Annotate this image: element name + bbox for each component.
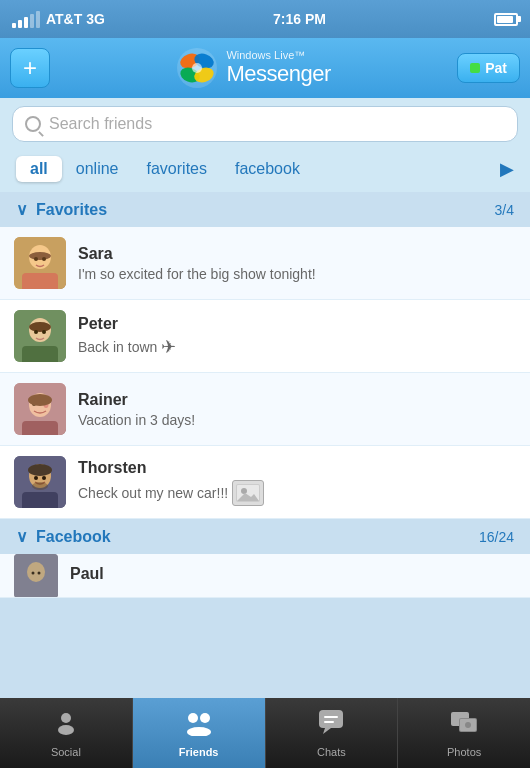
plane-icon: ✈ [161,336,176,358]
nav-photos[interactable]: Photos [398,698,530,768]
nav-photos-label: Photos [447,746,481,758]
svg-rect-14 [22,346,58,362]
svg-point-40 [58,725,74,735]
profile-status-dot [470,63,480,73]
tab-all[interactable]: all [16,156,62,182]
battery-icon [494,13,518,26]
profile-name: Pat [485,60,507,76]
rainer-name: Rainer [78,391,516,409]
svg-marker-45 [323,728,331,734]
svg-rect-26 [22,492,58,508]
nav-social-label: Social [51,746,81,758]
svg-point-51 [465,722,471,728]
sara-info: Sara I'm so excited for the big show ton… [78,245,516,282]
favorites-chevron[interactable]: ∨ [16,200,28,219]
avatar-paul [14,554,58,598]
app-header: + Windows Live™ Messenger Pat [0,38,530,98]
search-placeholder: Search friends [49,115,152,133]
signal-bar-3 [24,17,28,28]
svg-point-17 [42,330,46,334]
favorites-contact-list: Sara I'm so excited for the big show ton… [0,227,530,519]
content-area: ∨ Favorites 3/4 Sara I'm so excited [0,192,530,598]
signal-bars [12,11,40,28]
search-container: Search friends [0,98,530,150]
facebook-contact-list: Paul [0,554,530,598]
svg-point-5 [192,63,202,73]
svg-point-30 [32,482,48,490]
contact-item-rainer[interactable]: Rainer Vacation in 3 days! [0,373,530,446]
rainer-status: Vacation in 3 days! [78,412,516,428]
nav-friends[interactable]: Friends [133,698,266,768]
contact-item-sara[interactable]: Sara I'm so excited for the big show ton… [0,227,530,300]
svg-rect-44 [319,710,343,728]
svg-rect-47 [324,721,334,723]
svg-rect-8 [22,273,58,289]
nav-social[interactable]: Social [0,698,133,768]
contact-item-peter[interactable]: Peter Back in town ✈ [0,300,530,373]
sara-status: I'm so excited for the big show tonight! [78,266,516,282]
tab-favorites[interactable]: favorites [133,156,221,182]
svg-point-41 [188,713,198,723]
chats-icon [317,708,345,742]
favorites-title: Favorites [36,201,107,219]
svg-point-37 [32,571,35,574]
signal-bar-5 [36,11,40,28]
signal-bar-4 [30,14,34,28]
svg-rect-46 [324,716,338,718]
svg-point-43 [187,727,211,736]
section-left: ∨ Favorites [16,200,107,219]
svg-point-29 [42,476,46,480]
messenger-text: Windows Live™ Messenger [226,49,330,87]
nav-chats[interactable]: Chats [266,698,399,768]
svg-point-9 [29,252,51,260]
signal-bar-1 [12,23,16,28]
thorsten-name: Thorsten [78,459,516,477]
paul-name: Paul [70,565,516,583]
avatar-peter [14,310,66,362]
tabs-more-arrow[interactable]: ▶ [500,158,514,180]
svg-point-33 [241,488,247,494]
rainer-info: Rainer Vacation in 3 days! [78,391,516,428]
peter-info: Peter Back in town ✈ [78,315,516,358]
logo-area: Windows Live™ Messenger [176,47,330,89]
svg-point-39 [61,713,71,723]
sara-name: Sara [78,245,516,263]
avatar-thorsten [14,456,66,508]
svg-rect-22 [22,421,58,435]
filter-tabs: all online favorites facebook ▶ [0,150,530,192]
peter-name: Peter [78,315,516,333]
nav-chats-label: Chats [317,746,346,758]
svg-point-16 [34,330,38,334]
avatar-rainer [14,383,66,435]
windows-live-label: Windows Live™ [226,49,330,61]
messenger-label: Messenger [226,61,330,87]
network-label: 3G [86,11,105,27]
time-display: 7:16 PM [273,11,326,27]
facebook-section-header: ∨ Facebook 16/24 [0,519,530,554]
search-bar[interactable]: Search friends [12,106,518,142]
wlm-logo [176,47,218,89]
add-button[interactable]: + [10,48,50,88]
thorsten-info: Thorsten Check out my new car!!! [78,459,516,506]
contact-item-thorsten[interactable]: Thorsten Check out my new car!!! [0,446,530,519]
nav-friends-label: Friends [179,746,219,758]
friends-icon [183,708,215,742]
status-bar: AT&T 3G 7:16 PM [0,0,530,38]
svg-point-28 [34,476,38,480]
image-badge [232,480,264,506]
facebook-title: Facebook [36,528,111,546]
paul-info: Paul [70,565,516,586]
favorites-count: 3/4 [495,202,514,218]
svg-point-36 [27,562,45,582]
tab-online[interactable]: online [62,156,133,182]
svg-point-38 [38,571,41,574]
profile-button[interactable]: Pat [457,53,520,83]
battery-fill [497,16,513,23]
tab-facebook[interactable]: facebook [221,156,314,182]
thorsten-status: Check out my new car!!! [78,480,516,506]
contact-item-paul[interactable]: Paul [0,554,530,598]
svg-point-27 [28,464,52,476]
svg-point-23 [28,394,52,406]
peter-status: Back in town ✈ [78,336,516,358]
facebook-chevron[interactable]: ∨ [16,527,28,546]
